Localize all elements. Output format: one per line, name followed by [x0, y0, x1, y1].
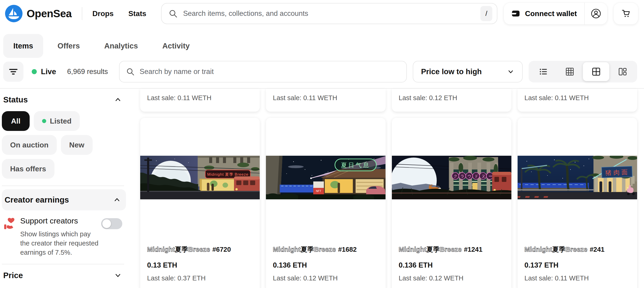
large-grid-icon [592, 67, 601, 76]
token-id: #1241 [464, 246, 482, 253]
price-section-header[interactable]: Price [2, 264, 126, 286]
search-icon [168, 9, 178, 18]
chevron-up-icon [114, 96, 122, 104]
listed-label: Listed [50, 117, 72, 125]
top-navbar: OpenSea Drops Stats / Connect wallet [0, 0, 644, 27]
nft-info: Midnight夏季Breeze#1241 0.136 ETH Last sal… [392, 237, 512, 282]
filter-toggle-button[interactable] [3, 61, 24, 82]
nft-info: Midnight夏季Breeze#6720 0.13 ETH Last sale… [140, 237, 260, 282]
last-sale: Last sale: 0.12 ETH [399, 94, 457, 101]
filter-icon [8, 67, 18, 77]
nft-card-partial[interactable]: Last sale: 0.12 ETH [392, 89, 512, 112]
status-pill-listed[interactable]: Listed [34, 111, 80, 131]
view-list-button[interactable] [530, 62, 556, 81]
view-dense-grid-button[interactable] [556, 62, 583, 81]
status-pill-new[interactable]: New [61, 135, 92, 155]
nft-card-partial[interactable]: Last sale: 0.11 WETH [518, 89, 637, 112]
tab-offers[interactable]: Offers [47, 34, 90, 58]
nft-card[interactable]: Midnight 夏季 Breeze [140, 118, 260, 288]
connect-wallet-button[interactable]: Connect wallet [504, 3, 584, 24]
nav-divider [82, 7, 82, 20]
last-sale: Last sale: 0.11 WETH [273, 94, 337, 101]
support-creators-row: Support creators Show listings which pay… [2, 216, 126, 257]
support-creators-description: Show listings which pay the creator thei… [20, 230, 101, 257]
grid-row-main: Midnight 夏季 Breeze [140, 118, 637, 288]
status-section-header[interactable]: Status [2, 89, 126, 110]
nft-card-partial[interactable]: Last sale: 0.11 WETH [266, 89, 386, 112]
creator-earnings-header[interactable]: Creator earnings [2, 189, 126, 210]
status-title: Status [3, 95, 28, 104]
global-search-bar[interactable]: / [161, 3, 498, 24]
last-sale: Last sale: 0.11 WETH [524, 94, 589, 101]
view-gallery-button[interactable] [609, 62, 636, 81]
nft-card[interactable]: クラウドヌードル [392, 118, 512, 288]
nav-link-stats[interactable]: Stats [128, 9, 146, 18]
connect-wallet-label: Connect wallet [525, 9, 577, 18]
support-creators-toggle[interactable] [101, 218, 122, 229]
cart-button[interactable] [614, 3, 638, 24]
view-large-grid-button[interactable] [583, 62, 609, 81]
status-pill-on-auction[interactable]: On auction [2, 135, 57, 155]
nft-price: 0.13 ETH [147, 261, 253, 270]
live-dot [32, 69, 37, 74]
heart-hand-icon [3, 217, 16, 231]
nft-title: Midnight夏季Breeze#241 [524, 245, 630, 254]
opensea-logo-link[interactable]: OpenSea [5, 5, 72, 22]
support-creators-label: Support creators [20, 216, 101, 225]
global-search-input[interactable] [183, 9, 475, 18]
nft-last-sale: Last sale: 0.37 ETH [147, 275, 253, 282]
tab-activity[interactable]: Activity [152, 34, 200, 58]
token-id: #1682 [338, 246, 357, 253]
search-shortcut-key: / [480, 6, 492, 21]
sort-dropdown[interactable]: Price low to high [413, 61, 523, 82]
dense-grid-icon [565, 67, 574, 76]
nft-artwork-moon-train: Midnight 夏季 Breeze [140, 156, 260, 199]
neon-sign-text: 夏日气息 [341, 162, 370, 169]
live-status: Live [32, 67, 56, 76]
last-sale: Last sale: 0.11 WETH [147, 94, 212, 101]
opensea-logo-icon [5, 5, 22, 22]
trait-search-input[interactable] [140, 67, 400, 76]
currency-section-header[interactable]: Currency [2, 286, 126, 288]
nft-price: 0.137 ETH [524, 261, 630, 270]
creator-earnings-title: Creator earnings [4, 195, 69, 204]
nft-price: 0.136 ETH [399, 261, 504, 270]
live-label: Live [41, 67, 56, 76]
sidebar-divider [2, 186, 124, 186]
nft-last-sale: Last sale: 0.11 WETH [524, 275, 630, 282]
nft-price: 0.136 ETH [273, 261, 378, 270]
gallery-view-icon [618, 67, 627, 76]
token-id: #6720 [212, 246, 231, 253]
main-area: Status All Listed On auction New Has off… [0, 89, 644, 288]
nft-info: Midnight夏季Breeze#1682 0.136 ETH Last sal… [266, 237, 386, 282]
status-pill-has-offers[interactable]: Has offers [2, 159, 54, 179]
search-icon [126, 67, 135, 76]
nav-link-drops[interactable]: Drops [92, 9, 114, 18]
nft-artwork-comet-shop: 夏日气息 NFT [266, 156, 386, 199]
nft-card[interactable]: 猪肉面 [518, 118, 637, 288]
chevron-down-icon [507, 68, 514, 75]
nft-card[interactable]: 夏日气息 NFT Midnight夏季Breeze#1682 [266, 118, 386, 288]
chevron-up-icon [113, 196, 121, 204]
results-count: 6,969 results [67, 67, 108, 76]
wallet-group: Connect wallet [504, 3, 607, 24]
filter-sidebar: Status All Listed On auction New Has off… [0, 89, 126, 288]
nft-media: クラウドヌードル [392, 118, 512, 237]
tab-analytics[interactable]: Analytics [94, 34, 148, 58]
trait-search-bar[interactable] [119, 61, 407, 82]
nft-media: 夏日气息 NFT [266, 118, 386, 237]
price-title: Price [3, 271, 23, 280]
status-pill-all[interactable]: All [2, 111, 30, 131]
nft-card-partial[interactable]: Last sale: 0.11 WETH [140, 89, 260, 112]
sort-selected-label: Price low to high [421, 67, 482, 76]
nft-artwork-palm-street: 猪肉面 [518, 156, 637, 199]
sign-text: 猪肉面 [605, 169, 630, 176]
list-view-icon [539, 67, 548, 76]
nft-title: Midnight夏季Breeze#1682 [273, 245, 378, 254]
nft-media: 猪肉面 [518, 118, 637, 237]
view-mode-switcher [528, 61, 637, 82]
profile-button[interactable] [585, 3, 607, 24]
grid-row-partial: Last sale: 0.11 WETH Last sale: 0.11 WET… [140, 89, 637, 112]
chevron-down-icon [114, 272, 122, 279]
tab-items[interactable]: Items [3, 34, 43, 58]
